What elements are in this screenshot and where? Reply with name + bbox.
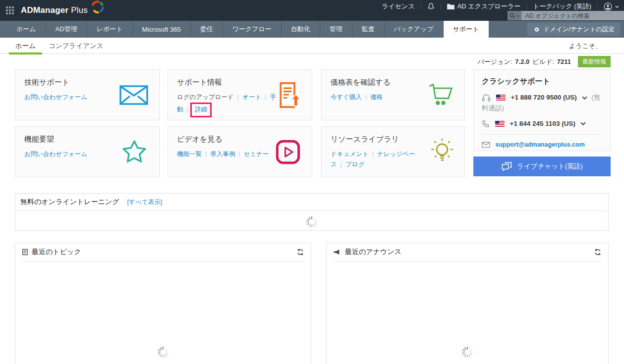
card-resources: リソースライブラリ ドキュメントナレッジベースブログ bbox=[321, 126, 465, 177]
support-email-link[interactable]: support@admanagerplus.com bbox=[495, 141, 584, 148]
card-support-info: サポート情報 ログのアップロードオート手動 詳細 bbox=[168, 69, 312, 120]
cart-icon bbox=[427, 82, 454, 108]
ad-explorer-item[interactable]: AD エクスプローラー bbox=[447, 2, 521, 11]
training-header: 無料のオンライントレーニング [すべて表示] bbox=[15, 194, 608, 211]
admanager-plus-support-page: ADManager Plus ライセンス AD エクスプローラー ト bbox=[0, 0, 624, 364]
refresh-icon[interactable] bbox=[594, 249, 601, 256]
phone-direct[interactable]: +1 844 245 1103 (US) bbox=[510, 120, 575, 127]
headset-icon bbox=[482, 94, 491, 102]
talkback-item[interactable]: トークバック (英語) bbox=[533, 2, 591, 11]
build-label: ビルド: bbox=[532, 57, 554, 66]
subtab-compliance[interactable]: コンプライアンス bbox=[42, 38, 110, 54]
nav-tab-support[interactable]: サポート bbox=[444, 21, 489, 38]
card-pricing: 価格表を確認する 今すぐ購入価格 bbox=[321, 69, 465, 120]
seminar-link[interactable]: セミナー bbox=[244, 151, 269, 157]
blog-link[interactable]: ブログ bbox=[345, 161, 364, 168]
nav-tab-backup[interactable]: バックアップ bbox=[385, 21, 444, 38]
nav-tab-admin[interactable]: 管理 bbox=[320, 21, 352, 38]
training-panel: 無料のオンライントレーニング [すべて表示] bbox=[15, 193, 609, 231]
chevron-down-icon bbox=[516, 15, 519, 17]
recent-topics-panel: 最近のトピック bbox=[15, 243, 311, 364]
topbar: ADManager Plus ライセンス AD エクスプローラー ト bbox=[0, 0, 624, 21]
nav-tab-home[interactable]: ホーム bbox=[7, 21, 46, 38]
chevron-down-icon bbox=[615, 5, 619, 8]
training-title: 無料のオンライントレーニング bbox=[20, 198, 119, 207]
user-menu[interactable] bbox=[604, 2, 619, 11]
case-studies-link[interactable]: 導入事例 bbox=[210, 151, 243, 157]
nav-tab-reports[interactable]: レポート bbox=[87, 21, 133, 38]
chat-icon bbox=[501, 161, 512, 171]
nav-tab-delegation[interactable]: 委任 bbox=[191, 21, 223, 38]
nav-tab-workflow[interactable]: ワークフロー bbox=[223, 21, 282, 38]
mail-icon bbox=[482, 142, 490, 148]
log-upload-label: ログのアップロード bbox=[177, 94, 242, 101]
panel-title: 最近のアナウンス bbox=[345, 248, 401, 257]
view-all-link[interactable]: [すべて表示] bbox=[127, 198, 162, 207]
divider bbox=[526, 3, 527, 10]
brand-logo: ADManager Plus bbox=[21, 5, 105, 15]
subtab-home[interactable]: ホーム bbox=[9, 38, 42, 54]
contact-form-link[interactable]: お問い合わせフォーム bbox=[24, 94, 87, 101]
recent-topics-body bbox=[15, 261, 311, 359]
whats-new-badge[interactable]: 最新情報 bbox=[578, 56, 611, 67]
documents-link[interactable]: ドキュメント bbox=[331, 151, 377, 157]
notification-bell-icon[interactable] bbox=[427, 2, 435, 10]
divider bbox=[482, 134, 602, 135]
nav-tab-ad-management[interactable]: AD管理 bbox=[46, 21, 87, 38]
direct-phone-row: +1 844 245 1103 (US) bbox=[482, 118, 602, 129]
live-chat-button[interactable]: ライブチャット(英語) bbox=[473, 156, 611, 176]
nav-tab-microsoft-365[interactable]: Microsoft 365 bbox=[133, 21, 191, 38]
folder-icon bbox=[447, 3, 454, 9]
chevron-down-icon[interactable] bbox=[582, 96, 587, 100]
contact-form-link[interactable]: お問い合わせフォーム bbox=[24, 151, 87, 157]
loading-spinner bbox=[461, 346, 474, 359]
welcome-text: ようこそ、 bbox=[569, 38, 602, 54]
details-highlight: 詳細 bbox=[190, 103, 212, 117]
brand: ADManager Plus bbox=[6, 0, 105, 21]
card-feature-request: 機能要望 お問い合わせフォーム bbox=[15, 126, 160, 177]
nav-tab-audit[interactable]: 監査 bbox=[352, 21, 385, 38]
main-nav: ホーム AD管理 レポート Microsoft 365 委任 ワークフロー 自動… bbox=[0, 21, 624, 38]
recent-announcements-body bbox=[327, 261, 608, 359]
training-body bbox=[15, 211, 608, 232]
recent-topics-header: 最近のトピック bbox=[15, 243, 311, 261]
license-link[interactable]: ライセンス bbox=[382, 2, 415, 11]
gear-icon bbox=[533, 26, 540, 33]
panel-title: 最近のトピック bbox=[32, 248, 81, 257]
divider bbox=[597, 3, 598, 10]
loading-spinner bbox=[157, 346, 170, 359]
phone-tollfree[interactable]: +1 888 720 9500 (US) bbox=[511, 94, 577, 101]
brand-secondary: Plus bbox=[68, 5, 88, 15]
recent-announcements-header: 最近のアナウンス bbox=[327, 243, 608, 261]
app-launcher-icon[interactable] bbox=[6, 6, 14, 14]
support-email-row: support@admanagerplus.com bbox=[482, 141, 602, 148]
search-input[interactable] bbox=[521, 11, 624, 20]
refresh-icon[interactable] bbox=[297, 249, 304, 256]
version-value: 7.2.0 bbox=[515, 58, 529, 65]
price-link[interactable]: 価格 bbox=[370, 94, 383, 101]
log-upload-icon bbox=[276, 81, 301, 109]
topbar-actions: ライセンス AD エクスプローラー トークバック (英語) bbox=[382, 1, 619, 11]
search-icon[interactable] bbox=[508, 11, 521, 20]
loading-spinner bbox=[305, 215, 318, 228]
divider bbox=[441, 3, 441, 10]
domain-settings-button[interactable]: ドメイン/テナントの設定 bbox=[527, 23, 621, 36]
details-link[interactable]: 詳細 bbox=[195, 106, 207, 113]
play-video-icon bbox=[275, 139, 301, 165]
envelope-icon bbox=[119, 85, 148, 105]
lightbulb-icon bbox=[431, 139, 454, 165]
us-flag-icon bbox=[495, 121, 505, 127]
classic-support-panel: クラシックサポート +1 888 720 9500 (US) (無料通話) +1… bbox=[473, 69, 611, 151]
features-link[interactable]: 機能一覧 bbox=[177, 151, 210, 157]
buy-now-link[interactable]: 今すぐ購入 bbox=[331, 94, 370, 101]
auto-link[interactable]: オート bbox=[242, 94, 270, 101]
card-videos: ビデオを見る 機能一覧導入事例セミナー bbox=[168, 126, 312, 177]
build-value: 7211 bbox=[557, 58, 571, 65]
version-info: バージョン: 7.2.0 ビルド: 7211 最新情報 bbox=[478, 56, 611, 67]
card-tech-support: 技術サポート お問い合わせフォーム bbox=[15, 69, 160, 120]
nav-tab-automation[interactable]: 自動化 bbox=[282, 21, 320, 38]
user-icon bbox=[604, 2, 612, 11]
object-search bbox=[508, 11, 624, 20]
chevron-down-icon[interactable] bbox=[580, 122, 586, 125]
brand-primary: ADManager bbox=[21, 5, 68, 15]
